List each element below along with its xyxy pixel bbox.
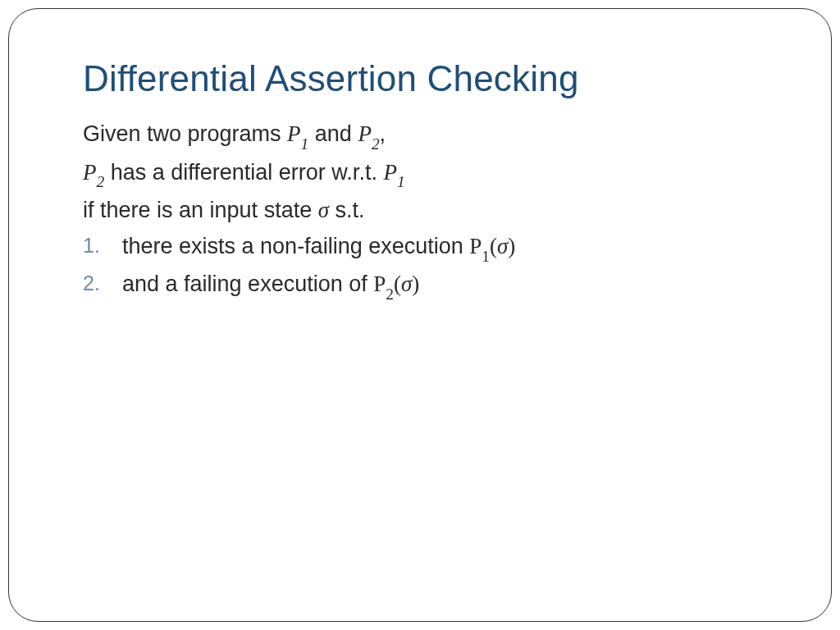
text-has-differential-error: has a differential error w.r.t. — [104, 160, 383, 185]
text-such-that: s.t. — [329, 198, 365, 222]
math-P2-subject: P2 — [83, 160, 104, 185]
text-if-there-is-input: if there is an input state — [83, 198, 318, 222]
intro-line-1: Given two programs P1 and P2, — [83, 117, 757, 154]
slide-body: Given two programs P1 and P2, P2 has a d… — [83, 117, 757, 304]
math-P2-of-sigma: P2(σ) — [373, 272, 419, 296]
intro-line-2: P2 has a differential error w.r.t. P1 — [83, 156, 757, 193]
text-failing-exec: and a failing execution of — [122, 272, 373, 296]
text-given-two-programs: Given two programs — [83, 121, 287, 146]
math-P1: P1 — [287, 121, 308, 146]
text-and: and — [308, 121, 358, 146]
math-P1-of-sigma: P1(σ) — [469, 234, 515, 258]
slide-title: Differential Assertion Checking — [83, 58, 757, 99]
math-P2: P2 — [358, 121, 379, 146]
text-comma: , — [380, 121, 386, 146]
conditions-list: there exists a non-failing execution P1(… — [83, 230, 757, 304]
text-nonfailing-exec: there exists a non-failing execution — [122, 234, 469, 258]
condition-item-1: there exists a non-failing execution P1(… — [122, 230, 757, 267]
slide-frame: Differential Assertion Checking Given tw… — [8, 8, 832, 622]
condition-item-2: and a failing execution of P2(σ) — [122, 267, 757, 304]
math-P1-ref: P1 — [383, 160, 404, 185]
intro-line-3: if there is an input state σ s.t. — [83, 194, 757, 228]
math-sigma: σ — [318, 198, 329, 222]
